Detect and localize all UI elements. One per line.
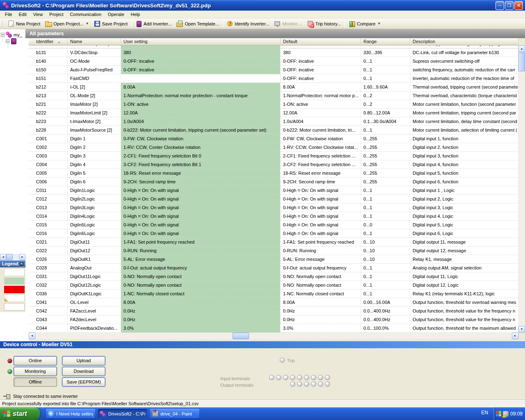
new-project-button[interactable]: New Project bbox=[5, 19, 43, 28]
table-row[interactable]: b228ImaxMotorSource [2]0-b222: Motor cur… bbox=[29, 126, 518, 135]
table-row[interactable]: b151FastCMD0-OFF: incative0...1Inverter,… bbox=[29, 74, 518, 83]
open-template-button[interactable]: Open Template... bbox=[174, 19, 221, 28]
menu-help[interactable]: Help bbox=[128, 11, 144, 18]
scroll-left-arrow[interactable]: ◄ bbox=[29, 333, 35, 339]
save-project-button[interactable]: Save Project bbox=[91, 19, 130, 28]
cell-range: 0...255 bbox=[361, 169, 410, 178]
table-row[interactable]: C016DigiIn6Logic0-High = On: On with sig… bbox=[29, 229, 518, 238]
table-row[interactable]: C022DigiOut120-RUN: Running0-RUN: Runnin… bbox=[29, 247, 518, 255]
column-header-name[interactable]: Name bbox=[68, 38, 121, 45]
upload-button[interactable]: Upload bbox=[62, 356, 105, 365]
table-row[interactable]: C021DigiOut111-FA1: Set point frequency … bbox=[29, 238, 518, 247]
tree-node-project[interactable]: my_ bbox=[1, 32, 22, 38]
table-row[interactable]: b140OC-Mode0-OFF: incative0-OFF: incativ… bbox=[29, 57, 518, 66]
offline-button[interactable]: Offline bbox=[14, 377, 57, 387]
menu-edit[interactable]: Edit bbox=[16, 11, 30, 18]
column-header-description[interactable]: Description bbox=[410, 38, 518, 45]
table-row[interactable]: C004DigiIn 43-CF2: Fixed frequency selet… bbox=[29, 160, 518, 169]
cell-name: DigiIn6Logic bbox=[68, 229, 121, 238]
table-row[interactable]: b131V-DCdecStop380380330...395DC-Link, c… bbox=[29, 48, 518, 57]
table-row[interactable]: C005DigiIn 518-RS: Reset error message18… bbox=[29, 169, 518, 178]
column-header-user-setting[interactable]: User setting bbox=[121, 38, 281, 45]
save-eeprom-button[interactable]: Save (EEPROM) bbox=[62, 377, 105, 387]
menu-operate[interactable]: Operate bbox=[105, 11, 128, 18]
table-header: Identifier▲ Name User setting Default Ra… bbox=[29, 38, 518, 46]
table-row[interactable]: C028AnalogOut0-f-Out: actual output freq… bbox=[29, 264, 518, 272]
column-header-identifier[interactable]: Identifier▲ bbox=[29, 38, 68, 45]
scroll-right-arrow[interactable]: ► bbox=[512, 333, 518, 339]
compare-button[interactable]: Compare ▼ bbox=[346, 19, 383, 28]
cell-range: 0...1 bbox=[361, 186, 410, 195]
pin-icon[interactable] bbox=[3, 394, 10, 398]
table-vertical-scrollbar[interactable]: ▲ ▼ bbox=[518, 46, 525, 333]
table-row[interactable]: b221ImaxMotor [2]1-ON: active1-ON: activ… bbox=[29, 100, 518, 109]
table-row[interactable]: C015DigiIn5Logic0-High = On: On with sig… bbox=[29, 221, 518, 229]
scrollbar-thumb[interactable] bbox=[6, 254, 13, 260]
online-button[interactable]: Online bbox=[14, 356, 57, 365]
taskbar-task-paint[interactable]: drive_04 - Paint bbox=[150, 409, 199, 418]
maximize-button[interactable]: ❐ bbox=[505, 1, 514, 10]
trip-history-button[interactable]: Trip history... bbox=[305, 19, 343, 28]
scrollbar-thumb[interactable] bbox=[518, 52, 525, 71]
menu-file[interactable]: File bbox=[2, 11, 16, 18]
scrollbar-thumb[interactable] bbox=[233, 333, 249, 339]
table-row[interactable]: C041OL-Level8.00A8.00A0.00...16.00AOutpu… bbox=[29, 298, 518, 307]
table-row[interactable]: C044PIDFeedbackDeviatio...3.0%3.0%0.0...… bbox=[29, 324, 518, 333]
table-row[interactable]: b222ImaxMotorLimit [2]12.00A12.00A0.80..… bbox=[29, 109, 518, 117]
taskbar-task-drivessoft[interactable]: DrivesSoft2 - C:\Prog... bbox=[98, 409, 147, 418]
menu-project[interactable]: Project bbox=[46, 11, 66, 18]
scroll-left-arrow[interactable]: ◄ bbox=[0, 254, 6, 260]
menu-communication[interactable]: Communication bbox=[67, 11, 105, 18]
scroll-up-arrow[interactable]: ▲ bbox=[518, 46, 525, 52]
collapse-icon[interactable] bbox=[6, 39, 9, 43]
legend-close-icon[interactable]: ✕ bbox=[19, 261, 24, 267]
table-row[interactable]: C031DigiOut11Logic0-NO: Normally open co… bbox=[29, 272, 518, 281]
table-row[interactable]: C042FA2accLevel0.0Hz0.0Hz0.0...400.0HzOu… bbox=[29, 307, 518, 315]
column-header-default[interactable]: Default bbox=[281, 38, 361, 45]
scroll-down-arrow[interactable]: ▼ bbox=[518, 326, 525, 333]
table-row[interactable]: C001DigiIn 10-FW: CW, Clockwise rotation… bbox=[29, 135, 518, 143]
chevron-down-icon[interactable]: ▼ bbox=[86, 22, 89, 25]
download-button[interactable]: Download bbox=[62, 367, 105, 376]
table-row[interactable]: b212I-OL [2]8.00A8.00A1.60...9.60ATherma… bbox=[29, 83, 518, 91]
table-row-partial[interactable]: b130V-DCLinkStopRamp1-ON: active1-ON: ac… bbox=[29, 46, 518, 48]
language-indicator[interactable]: EN bbox=[481, 410, 488, 415]
start-button[interactable]: start bbox=[0, 407, 40, 420]
cell-range: 0...1 bbox=[361, 272, 410, 281]
collapse-icon[interactable] bbox=[1, 33, 5, 37]
monitoring-button[interactable]: Monitoring bbox=[14, 367, 57, 376]
table-row[interactable]: C014DigiIn4Logic0-High = On: On with sig… bbox=[29, 212, 518, 221]
open-project-button[interactable]: Open Project... ▼ bbox=[43, 19, 91, 28]
table-row[interactable]: b213OL-Mode [2]1-NormalProtection: norma… bbox=[29, 91, 518, 100]
tray-warning-icon[interactable] bbox=[503, 411, 509, 417]
table-row[interactable]: C006DigiIn 69-2CH: Second ramp time9-2CH… bbox=[29, 178, 518, 186]
column-header-range[interactable]: Range bbox=[361, 38, 410, 45]
minimize-button[interactable]: ─ bbox=[495, 1, 504, 10]
app-icon[interactable] bbox=[2, 2, 9, 9]
table-horizontal-scrollbar[interactable]: ◄ ► bbox=[29, 333, 518, 339]
taskbar-task-browser[interactable]: e I Need Help setting u... bbox=[46, 409, 95, 418]
chevron-down-icon[interactable]: ▼ bbox=[377, 22, 381, 25]
table-row[interactable]: b150Auto-f-PulseFreqRed0-OFF: incative0-… bbox=[29, 66, 518, 74]
table-row[interactable]: C032DigiOut12Logic0-NO: Normally open co… bbox=[29, 281, 518, 290]
table-row[interactable]: C002DigiIn 21-RV: CCW, Conter Clockwise … bbox=[29, 143, 518, 152]
sidebar-horizontal-scrollbar[interactable]: ◄ ► bbox=[0, 254, 25, 260]
add-inverter-button[interactable]: Add Inverter... bbox=[133, 19, 174, 28]
close-button[interactable]: ✕ bbox=[514, 1, 523, 10]
table-row[interactable]: b223t-ImaxMotor [2]1.0s/A0041.0s/A0040.1… bbox=[29, 117, 518, 126]
inverter-node-icon bbox=[11, 38, 16, 44]
table-row[interactable]: C026DigiOutK15-AL: Error message5-AL: Er… bbox=[29, 255, 518, 264]
table-row[interactable]: C003DigiIn 32-CF1: Fixed frequency selet… bbox=[29, 152, 518, 160]
table-row[interactable]: C013DigiIn3Logic0-High = On: On with sig… bbox=[29, 203, 518, 212]
table-row[interactable]: C011DigiIn1Logic0-High = On: On with sig… bbox=[29, 186, 518, 195]
tray-update-icon[interactable] bbox=[496, 411, 502, 417]
tree-node-inverter[interactable] bbox=[6, 38, 16, 44]
identify-inverter-button[interactable]: ? Identify Inverter... bbox=[224, 19, 272, 28]
table-row[interactable]: C036DigiOutK1Logic1-NC: Normally closed … bbox=[29, 290, 518, 298]
cell-name: ImaxMotorSource [2] bbox=[68, 126, 121, 135]
cell-user-setting: 3-CF2: Fixed frequency seletction Bit 1 bbox=[121, 160, 281, 169]
scroll-right-arrow[interactable]: ► bbox=[19, 254, 25, 260]
table-row[interactable]: C043FA2decLevel0.0Hz0.0Hz0.0...400.0HzOu… bbox=[29, 315, 518, 324]
table-row[interactable]: C012DigiIn2Logic0-High = On: On with sig… bbox=[29, 195, 518, 203]
menu-view[interactable]: View bbox=[30, 11, 46, 18]
